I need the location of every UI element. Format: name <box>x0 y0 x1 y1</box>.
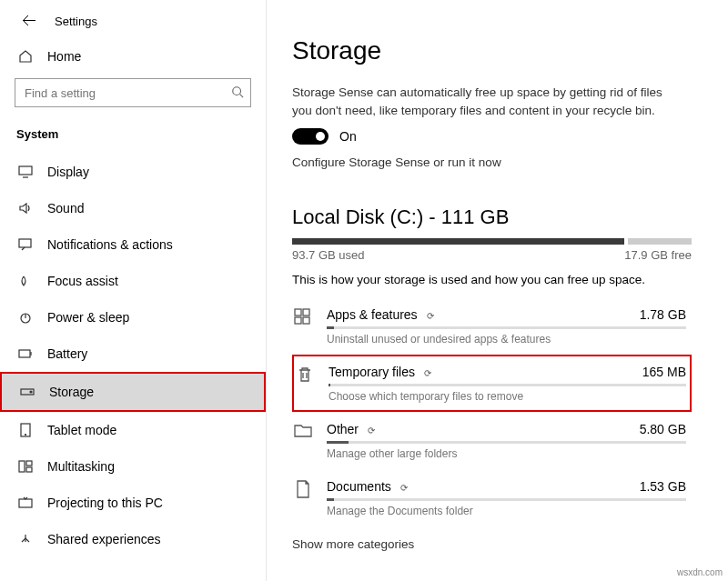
svg-point-8 <box>25 435 26 436</box>
sidebar-item-multitasking[interactable]: Multitasking <box>0 448 266 485</box>
disk-used-label: 93.7 GB used <box>292 248 365 262</box>
category-size: 5.80 GB <box>640 422 686 436</box>
loading-spinner-icon: ⟳ <box>400 483 408 493</box>
category-name: Other <box>327 422 359 436</box>
shared-icon <box>18 533 33 546</box>
svg-rect-9 <box>19 461 25 472</box>
svg-rect-11 <box>26 467 32 472</box>
sidebar-item-power-sleep[interactable]: Power & sleep <box>0 299 266 336</box>
nav-label: Multitasking <box>47 459 115 474</box>
nav-label: Shared experiences <box>47 532 161 546</box>
sidebar-item-notifications[interactable]: Notifications & actions <box>0 226 266 263</box>
nav-label: Display <box>47 165 89 179</box>
documents-icon <box>292 478 314 498</box>
home-icon <box>18 49 33 64</box>
home-label: Home <box>47 49 81 64</box>
category-temporary-files[interactable]: Temporary files⟳ 165 MB Choose which tem… <box>292 355 692 412</box>
sound-icon <box>18 202 33 215</box>
power-icon <box>18 311 33 324</box>
category-name: Documents <box>327 479 391 494</box>
loading-spinner-icon: ⟳ <box>424 368 431 378</box>
nav-label: Power & sleep <box>47 310 129 325</box>
configure-storage-sense-link[interactable]: Configure Storage Sense or run it now <box>292 155 501 169</box>
window-title: Settings <box>55 15 97 28</box>
svg-rect-12 <box>19 499 32 507</box>
nav-label: Focus assist <box>47 274 118 288</box>
notifications-icon <box>18 238 33 251</box>
sidebar-item-shared-experiences[interactable]: Shared experiences <box>0 521 266 557</box>
apps-icon <box>292 306 314 325</box>
show-more-categories-link[interactable]: Show more categories <box>292 537 414 551</box>
svg-rect-4 <box>19 350 30 357</box>
category-other[interactable]: Other⟳ 5.80 GB Manage other large folder… <box>292 412 692 469</box>
storage-icon <box>20 387 35 396</box>
disk-title: Local Disk (C:) - 111 GB <box>292 205 692 229</box>
sidebar-item-display[interactable]: Display <box>0 154 266 190</box>
back-button[interactable]: 🡠 <box>22 13 36 29</box>
loading-spinner-icon: ⟳ <box>368 426 375 436</box>
sidebar-item-storage[interactable]: Storage <box>2 374 264 410</box>
category-subtitle: Uninstall unused or undesired apps & fea… <box>327 333 686 346</box>
disk-description: This is how your storage is used and how… <box>292 273 692 286</box>
nav-label: Sound <box>47 201 84 215</box>
tablet-icon <box>18 423 33 437</box>
nav-label: Storage <box>49 385 94 399</box>
svg-rect-15 <box>295 317 301 324</box>
svg-point-0 <box>233 87 241 95</box>
loading-spinner-icon: ⟳ <box>427 311 434 321</box>
category-apps-features[interactable]: Apps & features⟳ 1.78 GB Uninstall unuse… <box>292 297 692 355</box>
svg-rect-1 <box>19 166 32 175</box>
nav-label: Tablet mode <box>47 423 116 437</box>
category-name: Temporary files <box>329 365 415 379</box>
category-subtitle: Manage the Documents folder <box>327 505 686 517</box>
nav-label: Notifications & actions <box>47 237 173 252</box>
sidebar-item-sound[interactable]: Sound <box>0 190 266 226</box>
sidebar-item-battery[interactable]: Battery <box>0 336 266 372</box>
svg-rect-13 <box>295 309 301 316</box>
nav-label: Battery <box>47 346 87 361</box>
search-icon <box>231 85 244 98</box>
projecting-icon <box>18 496 33 509</box>
nav-label: Projecting to this PC <box>47 496 163 510</box>
svg-rect-10 <box>26 461 32 466</box>
watermark: wsxdn.com <box>677 567 723 577</box>
battery-icon <box>18 349 33 358</box>
category-size: 165 MB <box>642 365 686 379</box>
section-label: System <box>0 120 266 154</box>
display-icon <box>18 165 33 178</box>
category-subtitle: Choose which temporary files to remove <box>329 390 686 403</box>
category-subtitle: Manage other large folders <box>327 447 686 460</box>
category-size: 1.78 GB <box>640 307 686 322</box>
focus-icon <box>18 275 33 287</box>
toggle-state-label: On <box>339 129 357 144</box>
disk-usage-bar <box>292 238 692 245</box>
main-content: Storage Storage Sense can automatically … <box>267 0 728 581</box>
disk-free-label: 17.9 GB free <box>624 248 692 262</box>
multitasking-icon <box>18 460 33 473</box>
category-name: Apps & features <box>327 307 418 322</box>
category-size: 1.53 GB <box>640 479 686 494</box>
sidebar-item-projecting[interactable]: Projecting to this PC <box>0 485 266 521</box>
svg-rect-16 <box>303 317 309 324</box>
sidebar-item-focus-assist[interactable]: Focus assist <box>0 263 266 299</box>
page-title: Storage <box>292 36 692 65</box>
svg-rect-2 <box>19 239 31 247</box>
category-documents[interactable]: Documents⟳ 1.53 GB Manage the Documents … <box>292 469 692 526</box>
sidebar-item-tablet-mode[interactable]: Tablet mode <box>0 412 266 448</box>
storage-sense-toggle[interactable] <box>292 128 329 145</box>
storage-sense-description: Storage Sense can automatically free up … <box>292 84 683 119</box>
svg-rect-14 <box>303 309 309 316</box>
svg-point-6 <box>30 391 32 393</box>
search-input[interactable] <box>15 78 251 107</box>
sidebar: 🡠 Settings Home System Display Sound Not… <box>0 0 267 581</box>
home-button[interactable]: Home <box>0 38 266 75</box>
folder-icon <box>292 421 314 437</box>
trash-icon <box>294 364 316 384</box>
